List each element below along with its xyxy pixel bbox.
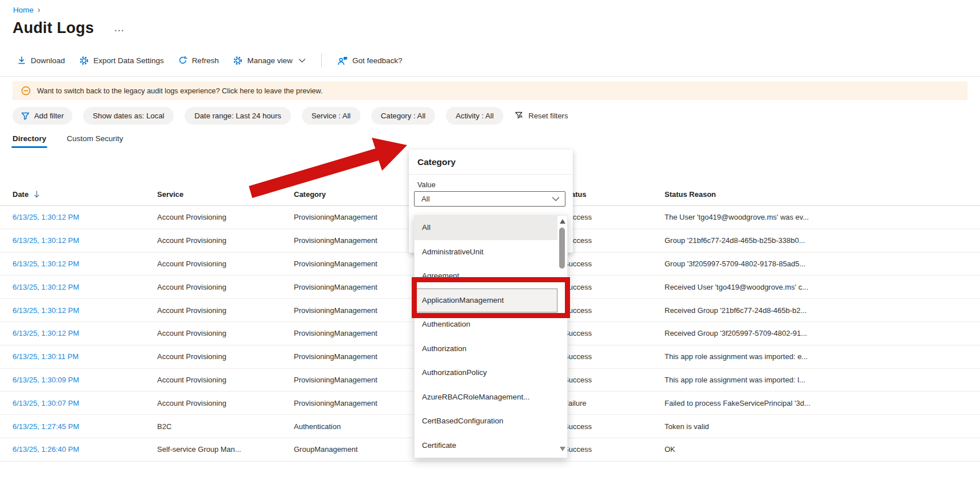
- service-cell: Account Provisioning: [157, 352, 294, 361]
- status-cell: Success: [564, 306, 665, 315]
- date-cell-link[interactable]: 6/13/25, 1:30:12 PM: [13, 236, 157, 245]
- breadcrumb-chevron-icon: ›: [38, 5, 40, 14]
- date-cell-link[interactable]: 6/13/25, 1:30:12 PM: [13, 329, 157, 337]
- date-cell-link[interactable]: 6/13/25, 1:30:12 PM: [13, 283, 157, 291]
- category-cell: ProvisioningManagement: [294, 352, 432, 361]
- category-cell: ProvisioningManagement: [294, 283, 432, 291]
- category-option[interactable]: Authentication: [415, 312, 557, 337]
- date-cell-link[interactable]: 6/13/25, 1:30:11 PM: [13, 352, 157, 361]
- more-actions-ellipsis-icon[interactable]: ···: [114, 21, 125, 35]
- feedback-person-icon: [337, 56, 348, 65]
- category-cell: ProvisioningManagement: [294, 329, 432, 337]
- category-option[interactable]: Certificate: [415, 434, 557, 458]
- banner-message[interactable]: Want to switch back to the legacy audit …: [37, 86, 323, 95]
- date-cell-link[interactable]: 6/13/25, 1:27:45 PM: [13, 422, 157, 431]
- add-filter-label: Add filter: [34, 112, 64, 120]
- status-reason-cell: This app role assignment was imported: l…: [665, 376, 980, 384]
- category-option[interactable]: AzureRBACRoleManagement...: [415, 385, 557, 410]
- show-dates-pill[interactable]: Show dates as: Local: [83, 107, 174, 125]
- date-cell-link[interactable]: 6/13/25, 1:30:12 PM: [13, 213, 157, 221]
- add-filter-button[interactable]: Add filter: [13, 107, 72, 125]
- status-reason-cell: The User 'tgo419@woodgrove.ms' was ev...: [665, 213, 980, 221]
- category-option[interactable]: AdministrativeUnit: [415, 240, 557, 265]
- popup-title: Category: [409, 150, 573, 167]
- breadcrumb-home-link[interactable]: Home: [13, 6, 34, 14]
- category-filter-pill[interactable]: Category : All: [371, 107, 435, 125]
- status-reason-cell: Failed to process FakeServicePrincipal '…: [665, 399, 980, 407]
- blocked-minus-icon: [21, 86, 31, 96]
- category-value-select[interactable]: All: [414, 191, 565, 207]
- value-field-label: Value: [417, 180, 573, 189]
- title-row: Audit Logs ···: [0, 14, 980, 37]
- category-option[interactable]: All: [415, 216, 557, 240]
- status-cell: Success: [564, 329, 665, 337]
- service-cell: Account Provisioning: [157, 236, 294, 245]
- tab-directory[interactable]: Directory: [13, 134, 46, 148]
- category-cell: GroupManagement: [294, 445, 432, 454]
- column-header-status-reason[interactable]: Status Reason: [665, 190, 980, 199]
- service-cell: Self-service Group Man...: [157, 445, 294, 454]
- reset-filters-button[interactable]: Reset filters: [515, 112, 568, 120]
- activity-filter-pill[interactable]: Activity : All: [446, 107, 503, 125]
- tab-custom-security[interactable]: Custom Security: [67, 134, 123, 148]
- scroll-up-icon[interactable]: [560, 219, 565, 224]
- date-cell-link[interactable]: 6/13/25, 1:30:12 PM: [13, 306, 157, 315]
- status-reason-cell: Group '3f205997-5709-4802-9178-85ad5...: [665, 259, 980, 268]
- category-cell: Authentication: [294, 422, 432, 431]
- date-range-pill[interactable]: Date range: Last 24 hours: [184, 107, 291, 125]
- category-option[interactable]: Agreement: [415, 264, 557, 289]
- scroll-down-icon[interactable]: [560, 447, 565, 451]
- column-header-service[interactable]: Service: [157, 190, 294, 199]
- download-label: Download: [31, 56, 65, 65]
- gear-icon: [79, 56, 89, 65]
- toolbar-divider-line: [0, 76, 980, 77]
- service-cell: Account Provisioning: [157, 329, 294, 337]
- category-cell: ProvisioningManagement: [294, 306, 432, 315]
- date-cell-link[interactable]: 6/13/25, 1:30:12 PM: [13, 259, 157, 268]
- reset-filter-funnel-x-icon: [515, 112, 524, 120]
- toolbar: Download Export Data Settings Refresh Ma…: [0, 53, 980, 68]
- category-option[interactable]: Authorization: [415, 337, 557, 361]
- category-option[interactable]: AuthorizationPolicy: [415, 361, 557, 385]
- category-option[interactable]: CertBasedConfiguration: [415, 409, 557, 434]
- date-cell-link[interactable]: 6/13/25, 1:26:40 PM: [13, 445, 157, 454]
- status-cell: Success: [564, 213, 665, 221]
- refresh-label: Refresh: [192, 56, 219, 65]
- toolbar-divider: [321, 53, 322, 67]
- date-cell-link[interactable]: 6/13/25, 1:30:09 PM: [13, 376, 157, 384]
- legacy-preview-banner: Want to switch back to the legacy audit …: [13, 81, 967, 100]
- service-cell: Account Provisioning: [157, 213, 294, 221]
- service-cell: Account Provisioning: [157, 376, 294, 384]
- gear-icon: [233, 56, 243, 65]
- audit-logs-page: Home › Audit Logs ··· Download Export Da…: [0, 0, 980, 482]
- option-list-scrollbar[interactable]: [557, 216, 567, 458]
- reset-filters-label: Reset filters: [528, 112, 568, 120]
- column-header-status[interactable]: Status: [564, 190, 665, 199]
- date-cell-link[interactable]: 6/13/25, 1:30:07 PM: [13, 399, 157, 407]
- status-reason-cell: Received Group '3f205997-5709-4802-91...: [665, 329, 980, 337]
- download-button[interactable]: Download: [17, 56, 65, 65]
- chevron-down-icon: [298, 58, 306, 63]
- column-header-date[interactable]: Date: [13, 190, 157, 199]
- service-cell: Account Provisioning: [157, 399, 294, 407]
- service-filter-pill[interactable]: Service : All: [302, 107, 360, 125]
- export-data-settings-button[interactable]: Export Data Settings: [79, 56, 164, 65]
- status-cell: Success: [564, 283, 665, 291]
- popup-divider: [409, 174, 573, 175]
- got-feedback-button[interactable]: Got feedback?: [337, 56, 403, 65]
- service-cell: Account Provisioning: [157, 259, 294, 268]
- scrollbar-thumb[interactable]: [559, 228, 565, 269]
- status-reason-cell: OK: [665, 445, 980, 454]
- category-option-list: AllAdministrativeUnitAgreementApplicatio…: [414, 215, 568, 458]
- page-title: Audit Logs: [13, 19, 94, 37]
- refresh-button[interactable]: Refresh: [178, 56, 219, 65]
- refresh-icon: [178, 56, 187, 65]
- chevron-down-icon: [552, 196, 560, 202]
- category-option[interactable]: ApplicationManagement: [415, 289, 557, 313]
- status-reason-cell: Received Group '21bf6c77-24d8-465b-b2...: [665, 306, 980, 315]
- manage-view-button[interactable]: Manage view: [233, 56, 306, 65]
- export-data-settings-label: Export Data Settings: [93, 56, 164, 65]
- got-feedback-label: Got feedback?: [352, 56, 403, 65]
- service-cell: Account Provisioning: [157, 306, 294, 315]
- status-cell: Success: [564, 445, 665, 454]
